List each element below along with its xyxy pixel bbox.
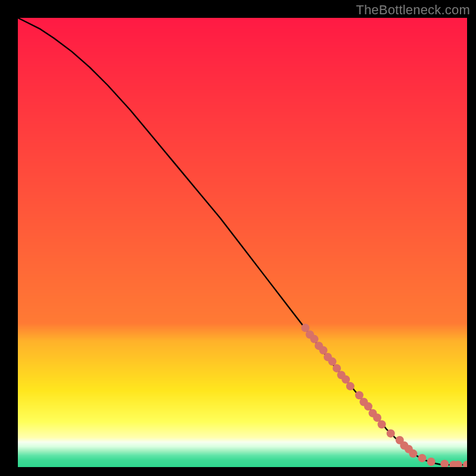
data-point [427, 458, 436, 466]
data-point [409, 449, 417, 458]
data-point [463, 461, 467, 467]
bottleneck-curve [18, 18, 467, 465]
chart-frame: TheBottleneck.com [0, 0, 476, 476]
plot-area [18, 18, 467, 467]
data-point [440, 460, 449, 467]
data-point [378, 420, 386, 428]
data-point [387, 429, 395, 437]
data-point [418, 454, 427, 462]
curve-layer [18, 18, 467, 467]
data-point [346, 382, 355, 390]
watermark-text: TheBottleneck.com [356, 2, 470, 18]
